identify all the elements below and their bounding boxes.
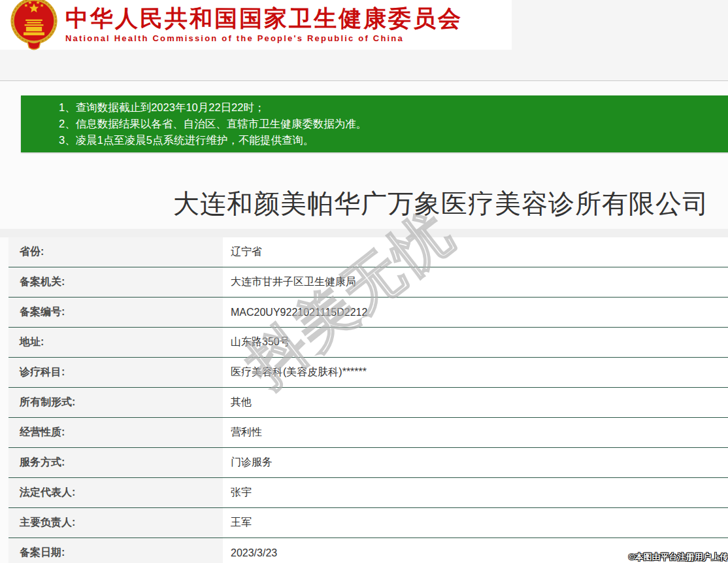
table-row: 备案编号: MAC20UY9221021115D2212 — [8, 298, 728, 328]
record-table: 省份: 辽宁省 备案机关: 大连市甘井子区卫生健康局 备案编号: MAC20UY… — [8, 237, 728, 563]
field-value: 门诊服务 — [223, 448, 728, 477]
field-label: 法定代表人: — [8, 478, 223, 507]
table-top-strip — [0, 229, 728, 237]
table-row: 法定代表人: 张宇 — [8, 478, 728, 508]
header-divider — [0, 80, 728, 81]
table-row: 备案机关: 大连市甘井子区卫生健康局 — [8, 267, 728, 298]
header-title-cn: 中华人民共和国国家卫生健康委员会 — [65, 3, 463, 34]
table-row: 服务方式: 门诊服务 — [8, 448, 728, 478]
field-label: 备案机关: — [8, 267, 223, 297]
notice-line-3: 3、凌晨1点至凌晨5点系统进行维护，不能提供查询。 — [59, 132, 728, 148]
field-label: 备案日期: — [8, 538, 223, 563]
page: 中华人民共和国国家卫生健康委员会 National Health Commiss… — [0, 0, 728, 563]
table-row: 诊疗科目: 医疗美容科(美容皮肤科)****** — [8, 358, 728, 388]
field-value: MAC20UY9221021115D2212 — [223, 298, 728, 327]
field-value: 医疗美容科(美容皮肤科)****** — [223, 358, 728, 387]
field-label: 省份: — [8, 237, 223, 267]
table-row: 省份: 辽宁省 — [8, 237, 728, 267]
header-title-en: National Health Commission of the People… — [65, 33, 404, 43]
notice-line-1: 1、查询数据截止到2023年10月22日22时； — [59, 99, 728, 116]
site-header: 中华人民共和国国家卫生健康委员会 National Health Commiss… — [0, 0, 512, 50]
field-label: 服务方式: — [8, 448, 223, 477]
table-row: 经营性质: 营利性 — [8, 418, 728, 448]
table-row: 所有制形式: 其他 — [8, 388, 728, 418]
field-value: 大连市甘井子区卫生健康局 — [223, 267, 728, 297]
field-value: 其他 — [223, 388, 728, 417]
field-value: 山东路350号 — [223, 328, 728, 357]
institution-title: 大连和颜美帕华广万象医疗美容诊所有限公司 — [0, 186, 728, 222]
field-label: 所有制形式: — [8, 388, 223, 417]
china-national-emblem-icon — [9, 0, 59, 52]
field-value: 营利性 — [223, 418, 728, 447]
field-label: 主要负责人: — [8, 508, 223, 537]
field-value: 张宇 — [223, 478, 728, 507]
field-label: 备案编号: — [8, 298, 223, 327]
table-row: 地址: 山东路350号 — [8, 328, 728, 358]
table-row: 备案日期: 2023/3/23 — [8, 538, 728, 563]
field-value: 王军 — [223, 508, 728, 537]
field-label: 经营性质: — [8, 418, 223, 447]
upload-credit-text: ©本图由平台注册用户上传 — [629, 551, 728, 563]
field-value: 辽宁省 — [223, 237, 728, 267]
field-label: 诊疗科目: — [8, 358, 223, 387]
notice-banner: 1、查询数据截止到2023年10月22日22时； 2、信息数据结果以各省、自治区… — [21, 95, 728, 152]
table-row: 主要负责人: 王军 — [8, 508, 728, 538]
notice-line-2: 2、信息数据结果以各省、自治区、直辖市卫生健康委数据为准。 — [59, 116, 728, 132]
field-label: 地址: — [8, 328, 223, 357]
